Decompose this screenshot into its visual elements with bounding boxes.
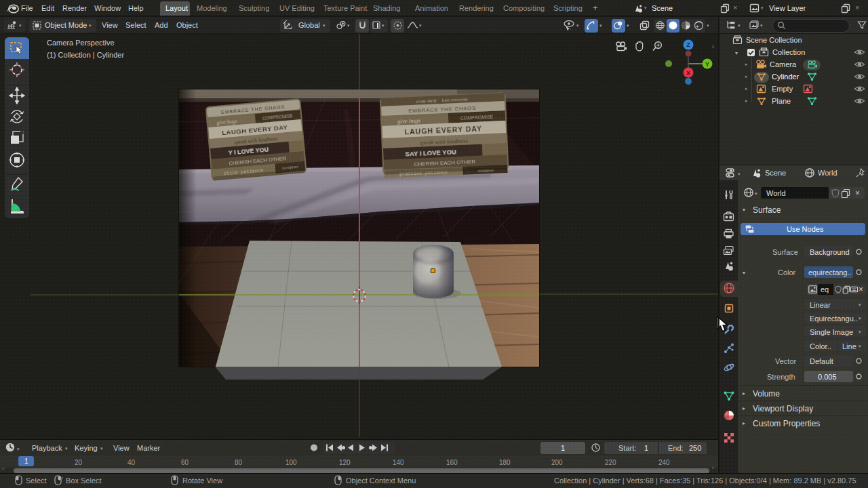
svg-text:Y: Y (705, 61, 709, 68)
svg-text:↕: ↕ (62, 476, 63, 480)
svg-text:Z: Z (686, 41, 690, 48)
svg-text:X: X (686, 70, 690, 77)
